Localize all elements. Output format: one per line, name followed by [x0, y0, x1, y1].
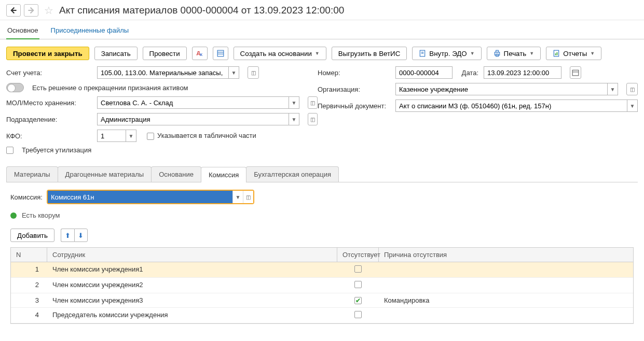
move-up-button[interactable]: ⬆	[61, 229, 74, 242]
post-and-close-button[interactable]: Провести и закрыть	[6, 47, 89, 60]
commission-label: Комиссия:	[10, 193, 43, 201]
cell-absent[interactable]	[337, 262, 379, 277]
mol-input[interactable]	[97, 96, 289, 109]
report-icon	[553, 50, 560, 57]
svg-rect-11	[554, 50, 559, 56]
dept-open-button[interactable]: ◫	[308, 113, 318, 125]
post-button[interactable]: Провести	[143, 47, 187, 60]
printer-icon	[494, 50, 501, 57]
svg-rect-13	[557, 52, 558, 55]
grid-header-row: N Сотрудник Отсутствует Причина отсутств…	[11, 248, 633, 262]
primdoc-dropdown-button[interactable]: ▼	[627, 100, 638, 112]
internal-edo-button[interactable]: Внутр. ЭДО▼	[412, 47, 481, 60]
kfo-table-checkbox[interactable]	[147, 133, 154, 140]
cell-reason: Командировка	[379, 293, 633, 307]
cell-employee: Член комиссии учреждения1	[47, 262, 337, 277]
mol-open-button[interactable]: ◫	[308, 96, 318, 109]
tab-accounting-op[interactable]: Бухгалтерская операция	[246, 166, 339, 182]
cell-reason	[379, 308, 633, 323]
kfo-dropdown-button[interactable]: ▼	[126, 130, 136, 142]
cell-absent[interactable]	[337, 308, 379, 323]
org-dropdown-button[interactable]: ▼	[608, 83, 618, 95]
table-row[interactable]: 2Член комиссии учреждения2	[11, 278, 633, 293]
date-picker-button[interactable]	[570, 66, 581, 79]
number-input[interactable]	[395, 66, 453, 79]
cell-n: 2	[11, 278, 47, 293]
stop-asset-toggle[interactable]	[6, 83, 24, 92]
absent-checkbox[interactable]: ✔	[354, 297, 362, 304]
table-row[interactable]: 4Председатель комиссии учреждения	[11, 308, 633, 323]
chevron-down-icon: ▼	[529, 51, 534, 56]
chevron-down-icon: ▼	[315, 51, 320, 56]
arrow-left-icon	[10, 7, 17, 14]
save-button[interactable]: Записать	[94, 47, 138, 60]
commission-input[interactable]	[48, 191, 232, 203]
dept-input[interactable]	[97, 113, 289, 125]
kfo-input[interactable]	[97, 130, 126, 142]
quorum-status-icon	[10, 212, 17, 219]
org-input[interactable]	[395, 83, 608, 95]
print-label: Печать	[504, 50, 527, 58]
calendar-icon	[572, 69, 579, 76]
kfo-table-label: Указывается в табличной части	[157, 132, 256, 139]
add-row-button[interactable]: Добавить	[10, 229, 54, 242]
nav-forward-button[interactable]	[24, 4, 38, 17]
cell-employee: Член комиссии учреждения3	[47, 293, 337, 307]
header-employee[interactable]: Сотрудник	[47, 248, 337, 262]
cell-employee: Член комиссии учреждения2	[47, 278, 337, 293]
svg-rect-8	[495, 52, 499, 55]
cell-absent[interactable]: ✔	[337, 293, 379, 307]
reports-button[interactable]: Отчеты▼	[546, 47, 601, 60]
svg-rect-2	[217, 50, 224, 56]
account-input[interactable]	[97, 66, 229, 79]
mol-dropdown-button[interactable]: ▼	[289, 96, 299, 109]
tab-attached-files[interactable]: Присоединенные файлы	[50, 23, 130, 39]
header-reason[interactable]: Причина отсутствия	[379, 248, 633, 262]
document-icon	[419, 50, 426, 57]
tab-main[interactable]: Основное	[6, 23, 39, 39]
absent-checkbox[interactable]	[354, 281, 362, 288]
disposal-label: Требуется утилизация	[22, 146, 91, 154]
tab-materials[interactable]: Материалы	[6, 166, 58, 182]
account-label: Счет учета:	[6, 69, 92, 77]
primdoc-input[interactable]	[395, 100, 627, 112]
cell-absent[interactable]	[337, 278, 379, 293]
primdoc-label: Первичный документ:	[318, 102, 390, 110]
date-input[interactable]	[484, 66, 561, 79]
list-view-button[interactable]	[213, 47, 228, 60]
cell-n: 1	[11, 262, 47, 277]
arrow-up-icon: ⬆	[65, 232, 71, 239]
export-vetis-button[interactable]: Выгрузить в ВетИС	[332, 47, 407, 60]
absent-checkbox[interactable]	[354, 311, 362, 318]
account-open-button[interactable]: ◫	[248, 66, 259, 79]
header-n[interactable]: N	[11, 248, 47, 262]
tab-precious[interactable]: Драгоценные материалы	[58, 166, 152, 182]
dept-dropdown-button[interactable]: ▼	[289, 113, 299, 125]
list-icon	[217, 50, 224, 57]
cell-reason	[379, 262, 633, 277]
disposal-checkbox[interactable]	[6, 147, 13, 154]
page-title: Акт списания материалов 0000-000004 от 1…	[59, 5, 344, 16]
create-based-on-button[interactable]: Создать на основании▼	[234, 47, 326, 60]
commission-dropdown-button[interactable]: ▼	[232, 191, 243, 203]
nav-back-button[interactable]	[6, 4, 21, 17]
arrow-right-icon	[28, 7, 35, 14]
move-down-button[interactable]: ⬇	[74, 229, 88, 242]
tab-commission[interactable]: Комиссия	[201, 167, 246, 182]
commission-open-button[interactable]: ◫	[243, 191, 253, 203]
tab-basis[interactable]: Основание	[151, 166, 201, 182]
org-open-button[interactable]: ◫	[626, 83, 638, 95]
dtkt-button[interactable]: ДК	[192, 47, 208, 60]
svg-rect-12	[555, 53, 556, 55]
kfo-label: КФО:	[6, 132, 92, 140]
header-absent[interactable]: Отсутствует	[337, 248, 379, 262]
table-row[interactable]: 3Член комиссии учреждения3✔Командировка	[11, 293, 633, 308]
chevron-down-icon: ▼	[470, 51, 475, 56]
favorite-star-icon[interactable]: ☆	[44, 5, 54, 16]
print-button[interactable]: Печать▼	[487, 47, 541, 60]
account-dropdown-button[interactable]: ▼	[229, 66, 239, 79]
absent-checkbox[interactable]	[354, 265, 362, 273]
commission-select[interactable]: ▼ ◫	[47, 190, 254, 204]
date-label: Дата:	[458, 69, 478, 77]
table-row[interactable]: 1Член комиссии учреждения1	[11, 262, 633, 278]
